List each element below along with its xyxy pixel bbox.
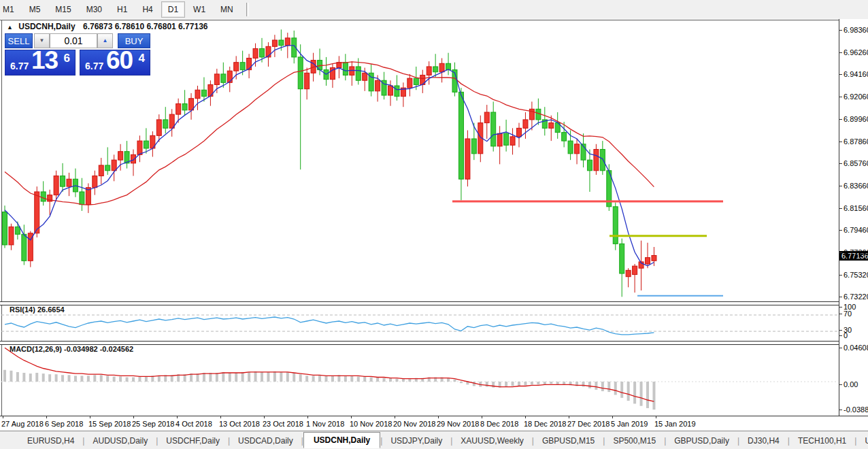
axis-tick bbox=[839, 163, 842, 164]
date-axis-label: 20 Nov 2018 bbox=[393, 420, 435, 428]
macd-axis-label: 0.04608 bbox=[844, 344, 868, 352]
axis-tick bbox=[839, 119, 842, 120]
symbol-tab-usdjpy[interactable]: USDJPY,Daily bbox=[382, 433, 450, 448]
price-axis-label: 6.89960 bbox=[844, 115, 868, 123]
toolbar-separator bbox=[246, 3, 249, 16]
date-axis-tick bbox=[90, 416, 90, 418]
date-axis-tick bbox=[307, 416, 308, 418]
axis-tick bbox=[839, 252, 842, 253]
sell-button[interactable]: SELL bbox=[5, 33, 33, 48]
one-click-trade-panel: SELL ▼ 0.01 ▲ BUY 6.77 13 6 6.77 60 4 bbox=[5, 33, 150, 76]
date-axis-label: 5 Jan 2019 bbox=[611, 420, 648, 428]
axis-tick bbox=[839, 230, 842, 231]
axis-tick bbox=[839, 348, 842, 348]
timeframe-button-m15[interactable]: M15 bbox=[48, 1, 78, 18]
macd-indicator-pane[interactable] bbox=[0, 344, 839, 416]
symbol-tab-gbpusd[interactable]: GBPUSD,M15 bbox=[534, 433, 603, 448]
symbol-tab-eurusd[interactable]: EURUSD,H4 bbox=[19, 433, 82, 448]
buy-price-display[interactable]: 6.77 60 4 bbox=[80, 50, 150, 76]
symbol-tab-ukoil[interactable]: UKOil,H1 bbox=[856, 433, 868, 448]
rsi-label: RSI(14) 26.6654 bbox=[10, 305, 65, 314]
price-axis-label: 6.85760 bbox=[844, 159, 868, 167]
sell-price-pip: 6 bbox=[64, 52, 70, 65]
timeframe-button-d1[interactable]: D1 bbox=[161, 1, 185, 18]
rsi-indicator-pane[interactable] bbox=[0, 304, 839, 341]
timeframe-button-m1[interactable]: M1 bbox=[0, 1, 21, 18]
axis-tick bbox=[839, 335, 842, 336]
date-axis-label: 27 Dec 2018 bbox=[567, 420, 610, 428]
rsi-axis-label: 0 bbox=[844, 331, 848, 339]
rsi-axis-label: 70 bbox=[844, 310, 852, 318]
date-axis-tick bbox=[525, 416, 526, 418]
axis-tick bbox=[839, 410, 842, 410]
symbol-tab-dj30[interactable]: DJ30,H4 bbox=[739, 433, 788, 448]
date-axis[interactable]: 27 Aug 20186 Sep 201815 Sep 201825 Sep 2… bbox=[0, 416, 868, 431]
date-axis-label: 15 Sep 2018 bbox=[88, 420, 131, 428]
macd-axis-label: 0.00 bbox=[844, 380, 858, 388]
axis-tick bbox=[839, 97, 842, 97]
chart-symbol-title: USDCNH,Daily bbox=[18, 22, 75, 31]
symbol-tab-xauusd[interactable]: XAUUSD,Weekly bbox=[452, 433, 531, 448]
date-axis-label: 13 Oct 2018 bbox=[219, 420, 260, 428]
price-axis-label: 6.73220 bbox=[844, 293, 868, 301]
axis-tick bbox=[839, 208, 842, 209]
date-axis-label: 8 Dec 2018 bbox=[480, 420, 518, 428]
price-axis-label: 6.79460 bbox=[844, 226, 868, 234]
date-axis-tick bbox=[264, 416, 265, 418]
price-axis-label: 6.77360 bbox=[844, 248, 868, 256]
collapse-panel-icon[interactable]: ▲ bbox=[7, 24, 13, 31]
date-axis-tick bbox=[220, 416, 221, 418]
sell-price-big: 13 bbox=[31, 46, 58, 75]
buy-price-pip: 4 bbox=[139, 52, 145, 65]
timeframe-button-m5[interactable]: M5 bbox=[22, 1, 48, 18]
date-axis-tick bbox=[482, 416, 482, 418]
date-axis-label: 6 Sep 2018 bbox=[45, 420, 83, 428]
price-axis-label: 6.83660 bbox=[844, 182, 868, 190]
chart-window: ▲ USDCNH,Daily 6.76873 6.78610 6.76801 6… bbox=[0, 19, 868, 431]
date-axis-tick bbox=[177, 416, 178, 418]
timeframe-button-w1[interactable]: W1 bbox=[186, 1, 212, 18]
chart-ohlc-values: 6.76873 6.78610 6.76801 6.77136 bbox=[83, 22, 208, 31]
chevron-up-icon: ▲ bbox=[103, 37, 108, 44]
date-axis-label: 10 Nov 2018 bbox=[350, 420, 392, 428]
symbol-tab-usdchf[interactable]: USDCHF,Daily bbox=[158, 433, 228, 448]
price-axis-label: 6.98360 bbox=[844, 26, 868, 34]
symbol-tab-tech100[interactable]: TECH100,H1 bbox=[790, 433, 854, 448]
symbol-tab-usdcad[interactable]: USDCAD,Daily bbox=[230, 433, 301, 448]
macd-axis-label: -0.038842 bbox=[844, 405, 868, 414]
date-axis-tick bbox=[133, 416, 134, 418]
price-axis[interactable]: 6.77136 6.983606.962606.941606.920606.89… bbox=[839, 19, 868, 416]
date-axis-tick bbox=[46, 416, 47, 418]
price-axis-label: 6.75320 bbox=[844, 271, 868, 279]
axis-tick bbox=[839, 30, 842, 31]
symbol-tab-audusd[interactable]: AUDUSD,Daily bbox=[84, 433, 156, 448]
date-axis-label: 15 Jan 2019 bbox=[654, 420, 696, 428]
timeframe-button-h1[interactable]: H1 bbox=[110, 1, 134, 18]
date-axis-label: 29 Nov 2018 bbox=[437, 420, 479, 428]
date-axis-label: 18 Dec 2018 bbox=[524, 420, 566, 428]
timeframe-button-h4[interactable]: H4 bbox=[135, 1, 159, 18]
price-axis-label: 6.94160 bbox=[844, 70, 868, 78]
symbol-tab-sp500[interactable]: SP500,M15 bbox=[605, 433, 664, 448]
sell-price-display[interactable]: 6.77 13 6 bbox=[5, 50, 76, 76]
price-axis-label: 6.87860 bbox=[844, 137, 868, 146]
chart-title: ▲ USDCNH,Daily 6.76873 6.78610 6.76801 6… bbox=[7, 22, 207, 31]
axis-tick bbox=[839, 314, 842, 314]
sell-price-small: 6.77 bbox=[10, 61, 29, 71]
date-axis-tick bbox=[569, 416, 569, 418]
price-axis-label: 6.81560 bbox=[844, 204, 868, 212]
buy-price-big: 60 bbox=[106, 46, 133, 75]
axis-tick bbox=[839, 384, 842, 385]
timeframe-toolbar: M1M5M15M30H1H4D1W1MN bbox=[0, 0, 868, 20]
symbol-tab-gbpusd[interactable]: GBPUSD,Daily bbox=[666, 433, 737, 448]
timeframe-button-mn[interactable]: MN bbox=[214, 1, 240, 18]
timeframe-button-m30[interactable]: M30 bbox=[80, 1, 109, 18]
date-axis-label: 23 Oct 2018 bbox=[263, 420, 303, 428]
axis-tick bbox=[839, 297, 842, 297]
chart-tab-bar: EURUSD,H4|AUDUSD,Daily|USDCHF,Daily|USDC… bbox=[0, 431, 868, 449]
date-axis-label: 27 Aug 2018 bbox=[1, 420, 44, 428]
date-axis-label: 25 Sep 2018 bbox=[132, 420, 174, 428]
symbol-tab-usdcnh[interactable]: USDCNH,Daily bbox=[303, 432, 380, 448]
date-axis-tick bbox=[351, 416, 352, 418]
axis-tick bbox=[839, 275, 842, 276]
